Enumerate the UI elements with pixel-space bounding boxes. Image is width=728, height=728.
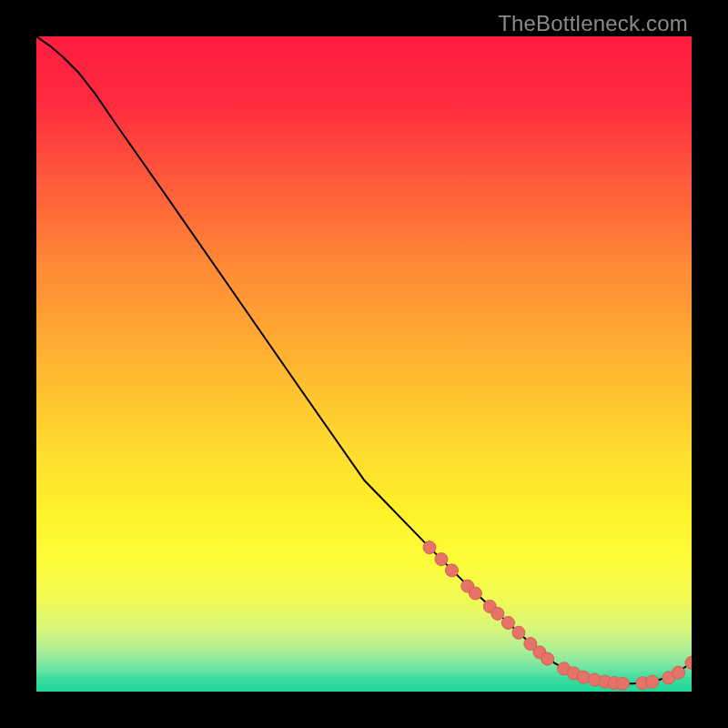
curve-marker <box>435 553 448 566</box>
chart-stage: TheBottleneck.com <box>0 0 728 728</box>
curve-marker <box>646 675 659 688</box>
curve-markers <box>423 541 692 691</box>
watermark-text: TheBottleneck.com <box>498 11 688 36</box>
curve-marker <box>672 666 685 679</box>
curve-marker <box>445 564 458 577</box>
curve-marker <box>491 607 504 620</box>
curve-marker <box>577 671 590 683</box>
curve-marker <box>616 677 629 690</box>
curve-marker <box>423 541 436 554</box>
curve-marker <box>541 652 554 665</box>
plot-area <box>36 36 692 692</box>
curve-marker <box>501 616 514 629</box>
chart-svg <box>36 36 692 692</box>
bottleneck-curve <box>36 36 692 683</box>
curve-marker <box>512 626 525 639</box>
curve-marker <box>469 587 481 600</box>
